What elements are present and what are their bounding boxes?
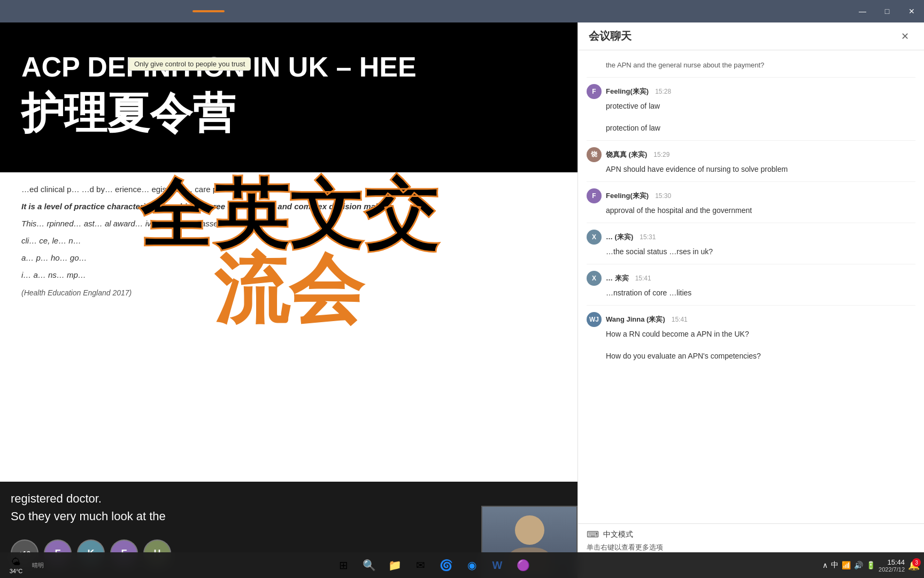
chat-message-continued-1: the APN and the general nurse about the … <box>578 56 924 75</box>
chat-avatar-feeling: F <box>587 84 602 99</box>
chat-divider-6 <box>587 305 915 306</box>
file-explorer-button[interactable]: 📁 <box>383 553 406 577</box>
chat-text-wangjinna-2: How do you evaluate an APN's competencie… <box>606 351 915 362</box>
tray-expand-icon[interactable]: ∧ <box>822 561 828 569</box>
title-progress-bar <box>192 10 225 12</box>
keyboard-icon: ⌨ <box>587 529 599 539</box>
taskbar-right: ∧ 中 📶 🔊 🔋 15:44 2022/7/12 🔔 3 <box>822 558 920 573</box>
chat-avatar-unknown1: X <box>587 230 602 245</box>
chat-message-header-8: WJ Wang Jinna (来宾) 15:41 <box>587 312 915 327</box>
weather-widget[interactable]: 🌤 34°C <box>4 553 28 577</box>
clock[interactable]: 15:44 2022/7/12 <box>879 558 905 573</box>
slide-body-5: a… p… ho… go… <box>21 252 556 264</box>
chat-text-continued-1: the APN and the general nurse about the … <box>587 60 915 71</box>
chat-avatar-rao: 饶 <box>587 147 602 162</box>
chat-panel: 会议聊天 ✕ the APN and the general nurse abo… <box>578 22 924 578</box>
tooltip: Only give control to people you trust <box>128 57 251 71</box>
clock-date: 2022/7/12 <box>879 566 905 573</box>
chat-divider-4 <box>587 223 915 223</box>
chat-sender-unknown2: … 来宾 <box>606 273 629 283</box>
subtitle-line1: registered doctor. <box>11 490 567 507</box>
slide-content: …ed clinical p… …d by… erience… egistere… <box>0 172 578 482</box>
clock-time: 15:44 <box>879 558 905 566</box>
battery-tray-icon[interactable]: 🔋 <box>866 561 875 569</box>
edge-button[interactable]: 🌀 <box>434 553 458 577</box>
slide-body-6: i… a… ns… mp… <box>21 269 556 282</box>
chat-sender-wangjinna: Wang Jinna (来宾) <box>606 315 665 324</box>
chat-message-9: How do you evaluate an APN's competencie… <box>578 346 924 366</box>
weather-condition: 晴明 <box>30 561 44 569</box>
chat-time-rao: 15:29 <box>653 151 669 158</box>
close-button[interactable]: ✕ <box>899 0 924 22</box>
slide-area: Only give control to people you trust AC… <box>0 22 578 482</box>
chat-more-hint[interactable]: 单击右键以查看更多选项 <box>587 543 915 552</box>
chat-message-header-4: 饶 饶真真 (来宾) 15:29 <box>587 147 915 162</box>
chat-sender-feeling: Feeling(来宾) <box>606 87 649 96</box>
weather-icon: 🌤 <box>11 557 21 568</box>
chat-sender-rao: 饶真真 (来宾) <box>606 150 647 159</box>
chat-avatar-wangjinna: WJ <box>587 312 602 327</box>
taskbar: 🌤 34°C 晴明 ⊞ 🔍 📁 ✉ 🌀 ◉ W 🟣 ∧ <box>0 552 924 578</box>
weather-temp: 34°C <box>10 568 23 574</box>
search-icon: 🔍 <box>363 559 376 572</box>
search-button[interactable]: 🔍 <box>357 553 381 577</box>
slide-body-4: cli… ce, le… n… <box>21 234 556 247</box>
title-bar: — □ ✕ <box>0 0 924 22</box>
chat-avatar-feeling-2: F <box>587 188 602 203</box>
slide-body-3: This… rpinned… ast… al award… ivalent th… <box>21 217 556 230</box>
ime-icon[interactable]: 中 <box>831 560 838 570</box>
system-tray: ∧ 中 📶 🔊 🔋 <box>822 560 875 570</box>
chat-text-rao: APN should have evidence of nursing to s… <box>606 164 915 175</box>
chat-text-feeling-1: protective of law <box>606 101 915 112</box>
taskbar-left: 🌤 34°C 晴明 <box>4 553 44 577</box>
chat-text-wangjinna-1: How a RN could become a APN in the UK? <box>606 329 915 340</box>
chat-close-button[interactable]: ✕ <box>896 28 913 45</box>
volume-tray-icon[interactable]: 🔊 <box>854 561 863 569</box>
window-controls: — □ ✕ <box>850 0 924 22</box>
maximize-button[interactable]: □ <box>875 0 899 22</box>
chat-divider-3 <box>587 181 915 182</box>
chat-text-unknown2: …nstration of core …lities <box>606 287 915 299</box>
chat-mode-bar: ⌨ 中文模式 <box>587 529 915 539</box>
minimize-button[interactable]: — <box>850 0 875 22</box>
ie-icon: ◉ <box>467 559 476 572</box>
chat-message-2: F Feeling(来宾) 15:28 protective of law <box>578 80 924 116</box>
chat-message-header-7: X … 来宾 15:41 <box>587 271 915 286</box>
chat-message-7: X … 来宾 15:41 …nstration of core …lities <box>578 267 924 303</box>
ie-button[interactable]: ◉ <box>460 553 483 577</box>
mail-button[interactable]: ✉ <box>409 553 432 577</box>
slide-title: ACP DEFINITION IN UK – HEE <box>21 52 556 82</box>
chat-message-8: WJ Wang Jinna (来宾) 15:41 How a RN could … <box>578 308 924 344</box>
chat-text-feeling-2: approval of the hospital and the governm… <box>606 205 915 216</box>
notification-count: 3 <box>912 558 921 567</box>
chat-header: 会议聊天 ✕ <box>578 22 924 50</box>
teams-button[interactable]: 🟣 <box>511 553 535 577</box>
presentation-area: Only give control to people you trust AC… <box>0 22 578 578</box>
chat-title: 会议聊天 <box>589 29 632 43</box>
word-icon: W <box>492 559 503 572</box>
chat-message-header-5: F Feeling(来宾) 15:30 <box>587 188 915 203</box>
chat-message-header-6: X … (来宾) 15:31 <box>587 230 915 245</box>
chat-divider-2 <box>587 140 915 141</box>
chat-message-header-2: F Feeling(来宾) 15:28 <box>587 84 915 99</box>
chat-text-unknown1: …the social status …rses in uk? <box>606 246 915 257</box>
notification-area[interactable]: 🔔 3 <box>908 559 920 571</box>
windows-icon: ⊞ <box>339 559 348 572</box>
slide-body-2: It is a level of practice characterised … <box>21 200 556 213</box>
chat-avatar-unknown2: X <box>587 271 602 286</box>
word-button[interactable]: W <box>486 553 509 577</box>
wifi-tray-icon[interactable]: 📶 <box>842 561 851 569</box>
chat-time-feeling-2: 15:30 <box>655 192 671 200</box>
slide-body-1: …ed clinical p… …d by… erience… egistere… <box>21 183 556 196</box>
chat-text-protection: protection of law <box>606 123 915 134</box>
slide-citation: (Health Education England 2017) <box>21 287 556 299</box>
taskbar-center: ⊞ 🔍 📁 ✉ 🌀 ◉ W 🟣 <box>332 553 535 577</box>
chat-divider-1 <box>587 77 915 78</box>
chat-messages[interactable]: the APN and the general nurse about the … <box>578 50 924 523</box>
chat-time-wangjinna: 15:41 <box>672 316 688 323</box>
start-button[interactable]: ⊞ <box>332 553 355 577</box>
slide-header: Only give control to people you trust AC… <box>0 22 578 172</box>
chat-time-unknown1: 15:31 <box>640 233 656 241</box>
edge-icon: 🌀 <box>440 559 453 572</box>
chat-sender-unknown1: … (来宾) <box>606 232 633 242</box>
